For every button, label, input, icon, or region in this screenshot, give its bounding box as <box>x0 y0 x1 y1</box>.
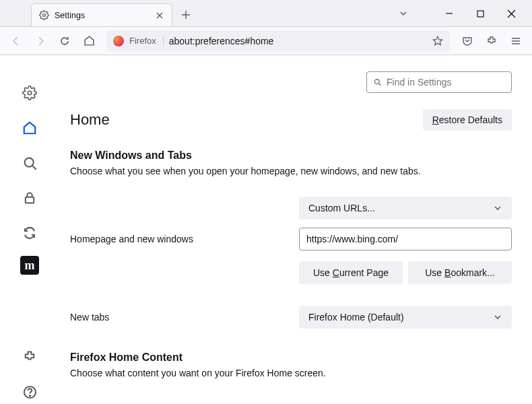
tab-title: Settings <box>55 11 149 20</box>
search-icon <box>374 77 381 87</box>
svg-point-7 <box>374 79 379 84</box>
homepage-url-input[interactable] <box>299 228 512 250</box>
svg-rect-4 <box>26 197 34 203</box>
window-controls <box>393 3 527 24</box>
new-windows-description: Choose what you see when you open your h… <box>70 166 512 176</box>
home-content-description: Choose what content you want on your Fir… <box>70 368 512 378</box>
bookmark-star-button[interactable] <box>432 36 443 46</box>
firefox-icon <box>113 36 124 46</box>
use-bookmark-button[interactable]: Use Bookmark... <box>408 261 512 284</box>
new-windows-heading: New Windows and Tabs <box>70 149 512 162</box>
url-bar[interactable]: Firefox about:preferences#home <box>106 30 450 52</box>
newtabs-value: Firefox Home (Default) <box>308 312 404 323</box>
chevron-down-icon <box>493 203 502 213</box>
svg-point-6 <box>29 395 30 396</box>
sidebar-home[interactable] <box>18 116 42 140</box>
settings-search-input[interactable] <box>387 77 504 88</box>
homepage-mode-value: Custom URLs... <box>308 203 375 213</box>
tabs-dropdown-button[interactable] <box>393 9 413 18</box>
new-tab-button[interactable] <box>176 5 195 24</box>
reload-button[interactable] <box>54 30 75 52</box>
extensions-button[interactable] <box>481 30 502 52</box>
home-button[interactable] <box>78 30 100 52</box>
home-content-heading: Firefox Home Content <box>70 351 512 364</box>
chevron-down-icon <box>493 312 502 322</box>
titlebar: Settings <box>0 0 532 27</box>
window-close-button[interactable] <box>496 3 527 24</box>
pocket-button[interactable] <box>457 30 478 52</box>
sidebar-extensions[interactable] <box>18 345 42 369</box>
identity-label: Firefox <box>129 36 164 46</box>
back-button[interactable] <box>5 30 27 52</box>
svg-point-0 <box>42 14 45 17</box>
restore-defaults-button[interactable]: Restore Defaults <box>423 109 512 131</box>
settings-search[interactable] <box>366 71 512 93</box>
settings-main: Home Restore Defaults New Windows and Ta… <box>59 55 532 404</box>
sidebar-privacy[interactable] <box>18 186 42 210</box>
app-menu-button[interactable] <box>505 30 527 52</box>
url-text: about:preferences#home <box>169 36 274 46</box>
sidebar-help[interactable] <box>18 380 42 404</box>
tab-close-button[interactable] <box>154 10 165 21</box>
content: m Home Restore Defaults New Windows and … <box>0 55 532 404</box>
newtabs-select[interactable]: Firefox Home (Default) <box>299 306 512 329</box>
svg-rect-1 <box>477 11 484 17</box>
sidebar-more-mozilla[interactable]: m <box>20 256 39 275</box>
page-title: Home <box>70 111 110 129</box>
sidebar-general[interactable] <box>18 81 42 105</box>
sidebar-search[interactable] <box>18 151 42 175</box>
newtabs-label: New tabs <box>70 312 286 323</box>
forward-button[interactable] <box>30 30 51 52</box>
homepage-label: Homepage and new windows <box>70 234 286 244</box>
svg-point-3 <box>24 158 33 166</box>
window-maximize-button[interactable] <box>465 3 496 24</box>
settings-sidebar: m <box>0 55 59 404</box>
use-current-page-button[interactable]: Use Current Page <box>299 261 403 284</box>
homepage-mode-select[interactable]: Custom URLs... <box>299 197 512 220</box>
svg-point-2 <box>28 91 32 95</box>
navigation-toolbar: Firefox about:preferences#home <box>0 27 532 55</box>
window-minimize-button[interactable] <box>434 3 465 24</box>
gear-icon <box>38 10 49 21</box>
browser-tab[interactable]: Settings <box>31 3 172 26</box>
sidebar-sync[interactable] <box>18 221 42 245</box>
